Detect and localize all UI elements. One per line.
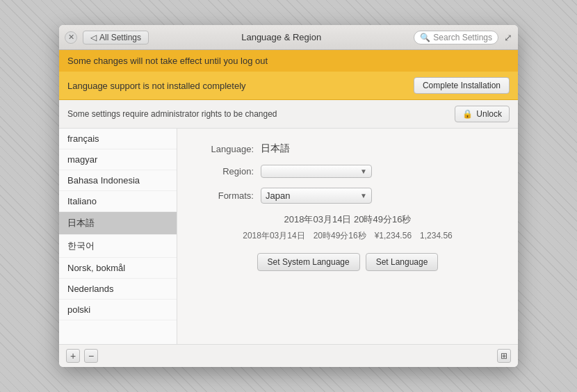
close-button[interactable]: ✕ <box>65 31 77 44</box>
language-list-item[interactable]: polski <box>59 300 177 320</box>
region-dropdown-arrow: ▼ <box>360 168 367 175</box>
set-system-language-button[interactable]: Set System Language <box>257 253 360 271</box>
unlock-button[interactable]: 🔒 Unlock <box>455 106 510 122</box>
main-window: ✕ ◁ All Settings Language & Region 🔍 Sea… <box>59 25 518 367</box>
warning-text: Some changes will not take effect until … <box>67 56 268 66</box>
complete-installation-button[interactable]: Complete Installation <box>414 77 510 94</box>
warning-banner: Some changes will not take effect until … <box>59 50 518 72</box>
install-banner: Language support is not installed comple… <box>59 72 518 100</box>
set-language-button[interactable]: Set Language <box>366 253 439 271</box>
back-label: All Settings <box>99 33 141 42</box>
date-detail: 2018年03月14日 20時49分16秒 ¥1,234.56 1,234.56 <box>198 230 497 242</box>
formats-select[interactable]: Japan ▼ <box>261 188 372 204</box>
settings-panel: Language: 日本語 Region: ▼ Formats: Japan ▼… <box>177 129 518 344</box>
window-title: Language & Region <box>149 32 414 42</box>
search-icon: 🔍 <box>420 33 430 42</box>
remove-language-button[interactable]: − <box>84 349 98 363</box>
search-placeholder: Search Settings <box>433 33 492 42</box>
language-list: françaismagyarBahasa IndonesiaItaliano日本… <box>59 129 177 344</box>
language-list-item[interactable]: Norsk, bokmål <box>59 258 177 279</box>
formats-field-row: Formats: Japan ▼ <box>198 188 497 204</box>
language-list-item[interactable]: français <box>59 129 177 149</box>
admin-text: Some settings require administrator righ… <box>67 109 277 119</box>
lock-icon: 🔒 <box>462 109 473 119</box>
admin-bar: Some settings require administrator righ… <box>59 100 518 129</box>
install-text: Language support is not installed comple… <box>67 81 246 91</box>
language-list-item[interactable]: Bahasa Indonesia <box>59 170 177 191</box>
back-button[interactable]: ◁ All Settings <box>83 31 149 44</box>
titlebar: ✕ ◁ All Settings Language & Region 🔍 Sea… <box>59 25 518 50</box>
back-arrow-icon: ◁ <box>90 33 97 42</box>
region-field-row: Region: ▼ <box>198 165 497 178</box>
region-select[interactable]: ▼ <box>261 165 372 178</box>
settings-icon[interactable]: ⊞ <box>497 349 511 363</box>
search-box[interactable]: 🔍 Search Settings <box>414 31 498 44</box>
language-list-item[interactable]: Italiano <box>59 191 177 212</box>
language-label: Language: <box>198 144 261 154</box>
language-list-item[interactable]: 한국어 <box>59 235 177 258</box>
formats-value: Japan <box>266 190 290 201</box>
date-preview: 2018年03月14日 20時49分16秒 <box>198 213 497 226</box>
region-label: Region: <box>198 166 261 177</box>
language-value: 日本語 <box>261 142 290 155</box>
action-buttons: Set System Language Set Language <box>198 253 497 271</box>
main-content: françaismagyarBahasa IndonesiaItaliano日本… <box>59 129 518 344</box>
language-field-row: Language: 日本語 <box>198 142 497 155</box>
language-list-item[interactable]: magyar <box>59 149 177 170</box>
bottom-bar: + − ⊞ <box>59 344 518 367</box>
add-language-button[interactable]: + <box>66 349 80 363</box>
formats-dropdown-arrow: ▼ <box>360 192 367 199</box>
language-list-item[interactable]: Nederlands <box>59 279 177 300</box>
unlock-label: Unlock <box>476 109 502 119</box>
formats-label: Formats: <box>198 190 261 201</box>
language-list-item[interactable]: 日本語 <box>59 212 177 235</box>
expand-button[interactable]: ⤢ <box>504 32 512 43</box>
